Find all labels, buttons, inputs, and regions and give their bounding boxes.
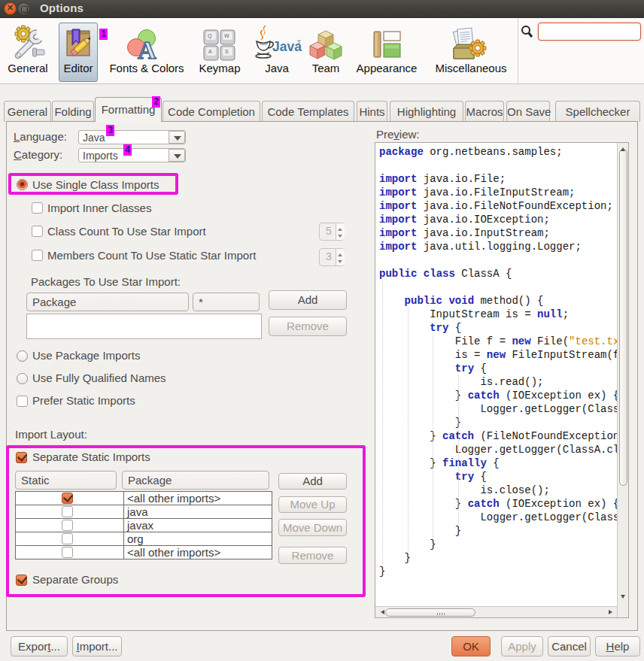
svg-text:Java: Java bbox=[272, 39, 302, 54]
svg-text:A: A bbox=[138, 36, 156, 64]
svg-text:W: W bbox=[224, 33, 229, 38]
svg-text:Q: Q bbox=[208, 33, 212, 39]
svg-text:A: A bbox=[208, 49, 212, 54]
svg-text:S: S bbox=[225, 49, 229, 54]
